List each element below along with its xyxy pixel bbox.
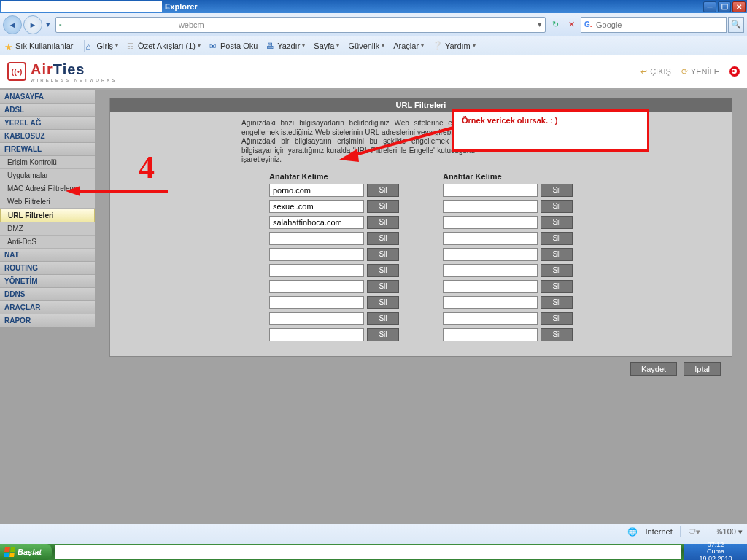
- keyword-input-left-6[interactable]: [269, 280, 364, 293]
- title-suffix: Explorer: [162, 2, 198, 11]
- sidebar-section-kablosuz[interactable]: KABLOSUZ: [0, 130, 95, 143]
- logout-link[interactable]: ↩ÇIKIŞ: [640, 67, 671, 77]
- delete-button[interactable]: Sil: [541, 312, 573, 325]
- sidebar-section-yöneti̇m[interactable]: YÖNETİM: [0, 275, 95, 288]
- windows-logo-icon: [4, 547, 15, 557]
- keyword-input-left-7[interactable]: [269, 296, 364, 309]
- delete-button[interactable]: Sil: [367, 232, 399, 245]
- keyword-input-right-0[interactable]: [443, 184, 538, 197]
- close-button[interactable]: ✕: [732, 1, 746, 12]
- mail-menu[interactable]: ✉Posta Oku: [209, 42, 258, 50]
- rss-icon: ☶: [127, 42, 136, 50]
- delete-button[interactable]: Sil: [541, 248, 573, 261]
- print-menu[interactable]: 🖶Yazdır ▾: [266, 42, 305, 50]
- delete-button[interactable]: Sil: [541, 200, 573, 213]
- delete-button[interactable]: Sil: [367, 264, 399, 277]
- delete-button[interactable]: Sil: [367, 200, 399, 213]
- safety-menu[interactable]: Güvenlik▾: [348, 42, 384, 50]
- system-tray[interactable]: 07:12 Cuma 19.02.2010: [684, 544, 747, 560]
- delete-button[interactable]: Sil: [367, 328, 399, 341]
- delete-button[interactable]: Sil: [541, 296, 573, 309]
- home-menu[interactable]: ⌂Giriş ▾: [86, 42, 119, 50]
- google-icon: G.: [584, 20, 593, 29]
- keyword-input-left-5[interactable]: [269, 264, 364, 277]
- browser-statusbar: 🌐 Internet 🛡▾ %100 ▾: [0, 524, 747, 544]
- keyword-input-right-4[interactable]: [443, 248, 538, 261]
- filter-row: Sil: [269, 200, 399, 213]
- refresh-link[interactable]: ⟳YENİLE: [681, 67, 719, 77]
- keyword-input-right-5[interactable]: [443, 264, 538, 277]
- address-dropdown-icon[interactable]: ▾: [538, 20, 542, 29]
- keyword-input-left-8[interactable]: [269, 312, 364, 325]
- delete-button[interactable]: Sil: [367, 280, 399, 293]
- sidebar-section-adsl[interactable]: ADSL: [0, 104, 95, 117]
- keyword-input-left-1[interactable]: [269, 200, 364, 213]
- delete-button[interactable]: Sil: [541, 328, 573, 341]
- search-box[interactable]: G.: [581, 17, 727, 33]
- delete-button[interactable]: Sil: [367, 296, 399, 309]
- sidebar-section-routing[interactable]: ROUTING: [0, 262, 95, 275]
- feeds-menu[interactable]: ☶Özet Akışları (1) ▾: [127, 42, 201, 50]
- chevron-down-icon: ▾: [473, 42, 476, 49]
- stop-button[interactable]: ✕: [565, 18, 578, 31]
- history-dropdown[interactable]: ▾: [44, 20, 53, 29]
- keyword-input-right-3[interactable]: [443, 232, 538, 245]
- search-button[interactable]: 🔍: [728, 17, 744, 33]
- delete-button[interactable]: Sil: [541, 264, 573, 277]
- keyword-input-left-3[interactable]: [269, 232, 364, 245]
- keyword-input-right-7[interactable]: [443, 296, 538, 309]
- language-flag-tr[interactable]: [729, 66, 740, 77]
- sidebar-item-anti-dos[interactable]: Anti-DoS: [0, 236, 95, 249]
- delete-button[interactable]: Sil: [367, 184, 399, 197]
- keyword-input-left-0[interactable]: [269, 184, 364, 197]
- favorites-button[interactable]: ★Sık Kullanılanlar: [4, 42, 74, 50]
- keyword-input-right-9[interactable]: [443, 328, 538, 341]
- delete-button[interactable]: Sil: [367, 312, 399, 325]
- brand-name: AirTies: [31, 61, 117, 78]
- tools-menu[interactable]: Araçlar▾: [393, 42, 424, 50]
- address-input[interactable]: [179, 20, 538, 29]
- col-header-left: Anahtar Kelime: [269, 172, 399, 181]
- sidebar-section-rapor[interactable]: RAPOR: [0, 314, 95, 327]
- sidebar-item-erişim-kontrolü[interactable]: Erişim Kontrolü: [0, 156, 95, 169]
- delete-button[interactable]: Sil: [541, 280, 573, 293]
- keyword-input-left-4[interactable]: [269, 248, 364, 261]
- cancel-button[interactable]: İptal: [684, 362, 721, 376]
- maximize-button[interactable]: ❐: [718, 1, 731, 12]
- start-button[interactable]: Başlat: [0, 544, 52, 560]
- search-input[interactable]: [596, 20, 723, 29]
- keyword-input-left-9[interactable]: [269, 328, 364, 341]
- keyword-input-right-6[interactable]: [443, 280, 538, 293]
- page-menu[interactable]: Sayfa▾: [314, 42, 339, 50]
- keyword-input-left-2[interactable]: [269, 216, 364, 229]
- sidebar-section-ddns[interactable]: DDNS: [0, 288, 95, 301]
- back-button[interactable]: ◄: [3, 15, 22, 34]
- sidebar-item-dmz[interactable]: DMZ: [0, 222, 95, 236]
- delete-button[interactable]: Sil: [367, 216, 399, 229]
- app-header: ((•) AirTies wireless networks ↩ÇIKIŞ ⟳Y…: [0, 55, 747, 90]
- delete-button[interactable]: Sil: [367, 248, 399, 261]
- delete-button[interactable]: Sil: [541, 216, 573, 229]
- sidebar-item-url-filtreleri[interactable]: URL Filtreleri: [0, 209, 95, 222]
- keyword-input-right-1[interactable]: [443, 200, 538, 213]
- keyword-input-right-8[interactable]: [443, 312, 538, 325]
- minimize-button[interactable]: ─: [703, 1, 716, 12]
- save-button[interactable]: Kaydet: [630, 362, 677, 376]
- sidebar-section-nat[interactable]: NAT: [0, 249, 95, 262]
- forward-button[interactable]: ►: [23, 15, 42, 34]
- refresh-button[interactable]: ↻: [549, 18, 562, 31]
- zoom-level[interactable]: %100 ▾: [716, 527, 743, 537]
- sidebar-section-araçlar[interactable]: ARAÇLAR: [0, 301, 95, 314]
- sidebar-item-mac-adresi-filtreleme[interactable]: MAC Adresi Filtreleme: [0, 182, 95, 195]
- sidebar-section-anasayfa[interactable]: ANASAYFA: [0, 90, 95, 104]
- browser-navbar: ◄ ► ▾ ▪ ▾ ↻ ✕ G. 🔍: [0, 13, 747, 36]
- address-bar[interactable]: ▪ ▾: [55, 17, 546, 33]
- delete-button[interactable]: Sil: [541, 184, 573, 197]
- delete-button[interactable]: Sil: [541, 232, 573, 245]
- sidebar-section-yerel-ağ[interactable]: YEREL AĞ: [0, 117, 95, 130]
- sidebar-section-firewall[interactable]: FIREWALL: [0, 143, 95, 156]
- sidebar-item-web-filtreleri[interactable]: Web Filtreleri: [0, 195, 95, 209]
- help-menu[interactable]: ❔Yardım ▾: [433, 41, 476, 50]
- sidebar-item-uygulamalar[interactable]: Uygulamalar: [0, 169, 95, 182]
- keyword-input-right-2[interactable]: [443, 216, 538, 229]
